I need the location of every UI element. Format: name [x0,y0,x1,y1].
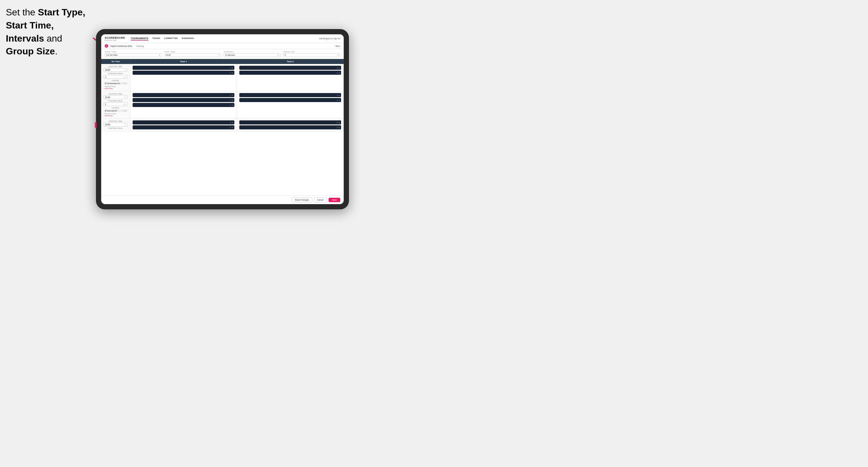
start-type-label: Start Type [105,51,162,53]
instruction-text: Set the Start Type, Start Time, Interval… [6,6,93,58]
player-slot: ✕ ⊕ [239,120,341,124]
cancel-button[interactable]: Cancel [314,197,327,203]
tablet-frame: SCOREBOARD Powered by clippd TOURNAMENTS… [96,29,349,209]
starting-time-input-1[interactable]: 10:00 ⏱ [103,68,128,72]
nav-rankings[interactable]: RANKINGS [182,37,194,40]
group-1-team1: ✕ ⊕ ✕ ⊕ [130,64,237,91]
player-slot-extra: ✕ ⊕ [133,103,235,107]
settings-bar: Start Type 1st Tee Start ▼ Start Time 10… [101,49,344,59]
starting-hole-label-2: STARTING HOLE: [103,100,128,102]
breadcrumb-separator: › [134,45,135,47]
player-remove-icon[interactable]: ✕ [230,72,231,74]
scroll-indicator[interactable] [95,122,97,128]
start-time-select[interactable]: 10:00 ⏱ [164,53,222,57]
breadcrumb-current: Hosting [136,45,144,48]
player-remove-icon[interactable]: ✕ [230,94,231,96]
starting-time-label-3: STARTING TIME: [103,120,128,122]
player-slot: ✕ ⊕ [133,93,235,97]
course-remove-icon-2[interactable]: ✕ [123,110,124,112]
logo-sub: Powered by clippd [105,39,125,41]
player-remove-icon[interactable]: ✕ [230,67,231,69]
sign-out-link[interactable]: Sign out [333,37,340,39]
player-slot: ✕ ⊕ [239,125,341,129]
navbar: SCOREBOARD Powered by clippd TOURNAMENTS… [101,34,344,43]
player-remove-icon[interactable]: ✕ [336,122,338,124]
course-tag-2: 🏌 East Lake GC ✕ ▼ [103,109,128,112]
player-expand-icon: ⊕ [339,126,340,128]
back-button[interactable]: ‹ Back [334,45,340,47]
course-expand-icon-2[interactable]: ▼ [125,110,126,112]
nav-tournaments[interactable]: TOURNAMENTS [131,37,148,40]
starting-time-label-1: STARTING TIME: [103,66,128,67]
remove-group-btn-2[interactable]: ○ Remove Group [103,113,128,115]
table-header: Tee Time Team 1 Team 2 [101,59,344,64]
reset-changes-button[interactable]: Reset Changes [292,197,312,203]
group-1-team2: ✕ ⊕ ✕ ⊕ [237,64,344,91]
start-time-arrow-icon: ⏱ [218,54,220,56]
starting-hole-select-1[interactable]: 1 ▲▼ [103,75,128,79]
group-3-team1: ✕ ⊕ ✕ ⊕ [130,119,237,131]
logo-text: SCOREBOARD [105,36,125,39]
time-clock-icon-2: ⏱ [124,97,126,98]
group-size-label: Group Size [283,51,341,53]
nav-user-area: blair@clippd.io | Sign out [319,37,340,39]
group-1-tee-time-col: STARTING TIME: 10:00 ⏱ STARTING HOLE: 1 … [101,64,130,91]
group-3-team2: ✕ ⊕ ✕ ⊕ [237,119,344,131]
hole-arrow-icon: ▲▼ [123,76,126,78]
course-label-1: COURSE: [103,80,128,82]
starting-time-input-2[interactable]: 10:10 ⏱ [103,95,128,99]
time-clock-icon: ⏱ [124,69,126,71]
course-remove-icon[interactable]: ✕ [123,83,124,84]
intervals-select[interactable]: 10 Minutes ⏱ [224,53,281,57]
course-expand-icon[interactable]: ▼ [125,83,126,84]
add-group-btn-2[interactable]: + Add Group [103,115,128,117]
nav-teams[interactable]: TEAMS [152,37,160,40]
save-button[interactable]: Save [329,198,340,202]
table-row: STARTING TIME: 10:10 ⏱ STARTING HOLE: 1 … [101,91,344,119]
starting-hole-select-2[interactable]: 1 ▲▼ [103,102,128,106]
time-clock-icon-3: ⏱ [124,124,126,126]
player-expand-icon: ⊕ [232,99,233,101]
clippd-icon: C [105,44,108,48]
player-slot: ✕ ⊕ [239,66,341,70]
player-remove-icon[interactable]: ✕ [230,99,231,101]
group-size-select[interactable]: 3 ▼ [283,53,341,57]
starting-time-label-2: STARTING TIME: [103,93,128,95]
starting-hole-label-3: STARTING HOLE: [103,127,128,129]
user-email: blair@clippd.io [319,37,332,39]
player-slot: ✕ ⊕ [133,71,235,75]
player-remove-icon[interactable]: ✕ [336,94,338,96]
group-2-team2: ✕ ⊕ ✕ ⊕ [237,91,344,118]
intervals-group: Intervals 10 Minutes ⏱ [224,51,281,57]
th-team2: Team 2 [237,59,344,64]
player-remove-icon[interactable]: ✕ [336,126,338,128]
course-icon-2: 🏌 [105,110,107,112]
logo-area: SCOREBOARD Powered by clippd [105,36,125,41]
player-remove-icon[interactable]: ✕ [230,104,231,106]
start-time-group: Start Time 10:00 ⏱ [164,51,222,57]
player-expand-icon: ⊕ [232,72,233,74]
add-group-btn-1[interactable]: + Add Group [103,88,128,89]
course-tag-1: 🏌 (A) Peachtree GC ✕ ▼ [103,82,128,85]
player-remove-icon[interactable]: ✕ [336,99,338,101]
breadcrumb-bar: C Clippd Invitational (Me) › Hosting ‹ B… [101,43,344,49]
player-remove-icon[interactable]: ✕ [230,126,231,128]
hole-arrow-icon-2: ▲▼ [123,103,126,105]
group-size-arrow-icon: ▼ [337,54,339,56]
course-icon-1: 🏌 [105,82,107,84]
player-expand-icon: ⊕ [232,126,233,128]
player-remove-icon[interactable]: ✕ [336,72,338,74]
player-remove-icon[interactable]: ✕ [230,122,231,124]
group-2-actions: ○ Remove Group + Add Group [103,113,128,117]
intervals-arrow-icon: ⏱ [278,54,279,56]
remove-group-btn-1[interactable]: ○ Remove Group [103,86,128,87]
th-team1: Team 1 [130,59,237,64]
bottom-action-bar: Reset Changes Cancel Save [101,195,344,204]
group-2-tee-time-col: STARTING TIME: 10:10 ⏱ STARTING HOLE: 1 … [101,91,130,118]
nav-committee[interactable]: COMMITTEE [164,37,178,40]
starting-time-input-3[interactable]: 10:20 ⏱ [103,123,128,126]
player-remove-icon[interactable]: ✕ [336,67,338,69]
tournament-breadcrumb[interactable]: Clippd Invitational (Me) [110,45,132,48]
starting-hole-label-1: STARTING HOLE: [103,73,128,74]
start-type-select[interactable]: 1st Tee Start ▼ [105,53,162,57]
